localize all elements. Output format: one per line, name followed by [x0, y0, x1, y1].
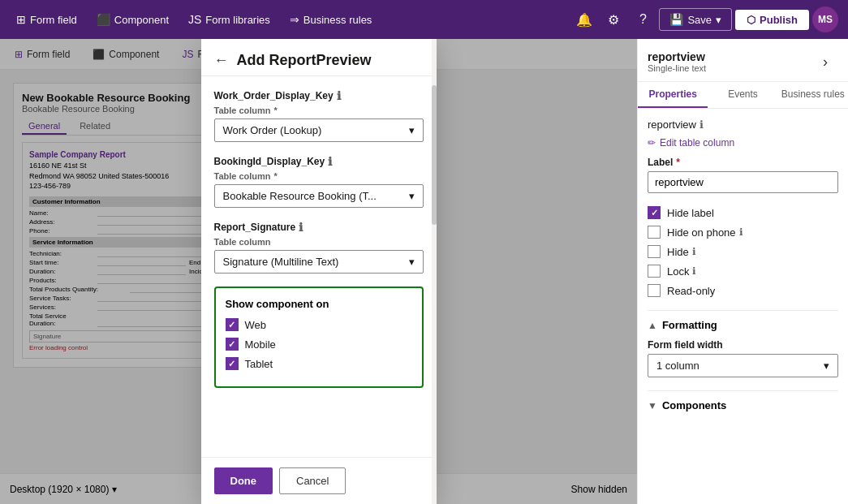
hide-checkbox[interactable]	[648, 245, 661, 258]
lock-checkbox[interactable]	[648, 265, 661, 278]
prop-checkboxes: ✓ Hide label Hide on phone ℹ Hide ℹ	[648, 206, 838, 297]
booking-id-dropdown-icon: ▾	[409, 190, 415, 202]
expand-icon: ›	[823, 54, 828, 71]
form-field-icon: ⊞	[16, 13, 26, 26]
form-field-width-dropdown[interactable]: 1 column ▾	[648, 354, 838, 377]
right-panel-tabs: Properties Events Business rules	[638, 82, 848, 109]
reportview-info-icon[interactable]: ℹ	[699, 118, 704, 131]
right-panel-expand-button[interactable]: ›	[812, 49, 838, 75]
right-panel-subtitle: Single-line text	[648, 63, 706, 73]
report-signature-key-label: Report_Signature ℹ	[214, 221, 424, 234]
save-button[interactable]: 💾 Save ▾	[659, 8, 732, 31]
tab-events[interactable]: Events	[708, 82, 777, 108]
toolbar-form-field[interactable]: ⊞ Form field	[10, 10, 84, 29]
toolbar-form-libraries[interactable]: JS Form libraries	[182, 10, 277, 29]
work-order-table-col-label: Table column *	[214, 106, 424, 115]
report-signature-dropdown-icon: ▾	[409, 256, 415, 268]
help-icon-button[interactable]: ?	[630, 6, 656, 32]
hide-on-phone-checkbox[interactable]	[648, 226, 661, 239]
work-order-key-label: Work_Order_Display_Key ℹ	[214, 89, 424, 102]
bell-icon: 🔔	[576, 12, 592, 28]
hide-on-phone-row: Hide on phone ℹ	[648, 226, 838, 239]
add-report-preview-modal: ← Add ReportPreview Work_Order_Display_K…	[201, 39, 437, 504]
avatar[interactable]: MS	[812, 6, 838, 32]
toolbar-business-rules[interactable]: ⇒ Business rules	[283, 10, 379, 29]
main-content: ⊞ Form field ⬛ Component JS Form librari…	[0, 39, 848, 504]
show-component-title: Show component on	[226, 298, 412, 310]
modal-scrollbar-thumb	[432, 85, 437, 225]
form-field-width-section: Form field width 1 column ▾	[648, 339, 838, 377]
label-prop-label: Label *	[648, 157, 838, 168]
hide-info-icon[interactable]: ℹ	[692, 246, 696, 257]
business-rules-icon: ⇒	[290, 13, 299, 26]
right-panel-title: reportview	[648, 50, 706, 63]
hide-label-checkbox[interactable]: ✓	[648, 206, 661, 219]
gear-icon: ⚙	[608, 12, 619, 28]
report-signature-field-group: Report_Signature ℹ Table column Signatur…	[214, 221, 424, 274]
web-checkbox[interactable]: ✓	[226, 318, 239, 331]
report-signature-dropdown[interactable]: Signature (Multiline Text) ▾	[214, 250, 424, 274]
tab-properties[interactable]: Properties	[638, 82, 708, 108]
report-signature-table-col-label: Table column	[214, 237, 424, 247]
modal-title: Add ReportPreview	[237, 52, 372, 69]
hide-on-phone-info-icon[interactable]: ℹ	[739, 226, 743, 238]
component-icon: ⬛	[97, 13, 110, 26]
read-only-row: Read-only	[648, 284, 838, 297]
right-panel-header: reportview Single-line text ›	[638, 39, 848, 82]
work-order-key-info-icon[interactable]: ℹ	[337, 89, 341, 102]
tablet-checkbox[interactable]: ✓	[226, 357, 239, 370]
read-only-checkbox[interactable]	[648, 284, 661, 297]
web-label: Web	[245, 319, 267, 331]
formatting-header[interactable]: ▲ Formatting	[648, 319, 838, 331]
components-header[interactable]: ▼ Components	[648, 399, 838, 411]
work-order-dropdown-icon: ▾	[409, 124, 415, 136]
report-signature-info-icon[interactable]: ℹ	[299, 221, 303, 234]
edit-table-column-link[interactable]: ✏ Edit table column	[648, 137, 838, 149]
gear-icon-button[interactable]: ⚙	[600, 6, 626, 32]
show-component-box: Show component on ✓ Web ✓ Mobile	[214, 286, 424, 388]
booking-id-dropdown[interactable]: Bookable Resource Booking (T... ▾	[214, 184, 424, 208]
hide-text: Hide ℹ	[667, 246, 696, 258]
cancel-button[interactable]: Cancel	[279, 467, 346, 494]
done-button[interactable]: Done	[214, 467, 273, 494]
mobile-checkbox[interactable]: ✓	[226, 338, 239, 351]
booking-id-info-icon[interactable]: ℹ	[328, 155, 332, 168]
lock-text: Lock ℹ	[667, 265, 696, 278]
tab-business-rules[interactable]: Business rules	[778, 82, 848, 108]
modal-body: Work_Order_Display_Key ℹ Table column * …	[201, 76, 437, 457]
right-panel: reportview Single-line text › Properties…	[637, 39, 848, 504]
booking-id-table-col-label: Table column *	[214, 171, 424, 181]
form-builder: ⊞ Form field ⬛ Component JS Form librari…	[0, 39, 637, 504]
web-checkbox-row: ✓ Web	[226, 318, 412, 331]
toolbar-component[interactable]: ⬛ Component	[90, 10, 175, 29]
modal-overlay: ← Add ReportPreview Work_Order_Display_K…	[0, 39, 637, 504]
hide-row: Hide ℹ	[648, 245, 838, 258]
mobile-checkbox-row: ✓ Mobile	[226, 338, 412, 351]
modal-header: ← Add ReportPreview	[201, 39, 437, 76]
edit-icon: ✏	[648, 137, 656, 149]
components-section: ▼ Components	[648, 390, 838, 411]
work-order-dropdown[interactable]: Work Order (Lookup) ▾	[214, 118, 424, 142]
modal-footer: Done Cancel	[201, 457, 437, 504]
formatting-chevron-icon: ▲	[648, 320, 657, 331]
mobile-label: Mobile	[245, 338, 276, 351]
booking-id-key-label: BookingId_Display_Key ℹ	[214, 155, 424, 168]
hide-label-row: ✓ Hide label	[648, 206, 838, 219]
booking-id-field-group: BookingId_Display_Key ℹ Table column * B…	[214, 155, 424, 208]
right-panel-body: reportview ℹ ✏ Edit table column Label *	[638, 109, 848, 504]
reportview-label-row: reportview ℹ	[648, 118, 838, 131]
bell-icon-button[interactable]: 🔔	[571, 6, 597, 32]
hide-on-phone-text: Hide on phone ℹ	[667, 226, 743, 239]
modal-scrollbar-track	[432, 39, 437, 504]
save-disk-icon: 💾	[669, 13, 683, 26]
tablet-label: Tablet	[245, 358, 273, 370]
lock-info-icon[interactable]: ℹ	[692, 265, 696, 277]
label-prop-section: Label *	[648, 157, 838, 193]
components-title: Components	[662, 399, 726, 411]
modal-back-button[interactable]: ←	[214, 52, 229, 69]
label-input[interactable]	[648, 171, 838, 193]
publish-button[interactable]: ⬡ Publish	[735, 10, 809, 30]
form-field-width-dropdown-icon: ▾	[824, 360, 829, 372]
help-icon: ?	[639, 12, 647, 27]
save-dropdown-icon: ▾	[716, 14, 721, 26]
